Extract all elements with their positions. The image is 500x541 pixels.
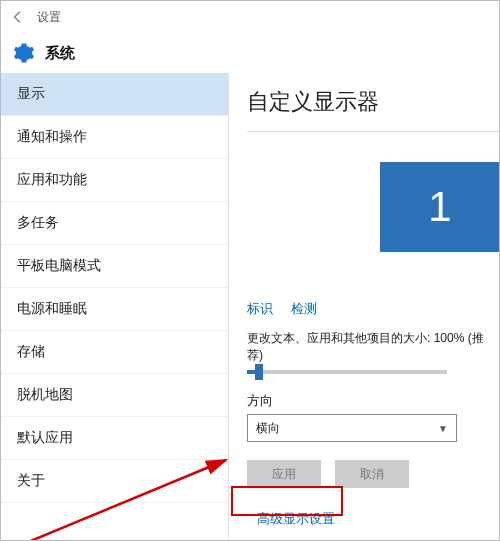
sidebar-item-0[interactable]: 显示 (1, 73, 228, 116)
monitor-preview-area: 1 (247, 131, 499, 252)
orientation-value: 横向 (256, 420, 280, 437)
sidebar-item-9[interactable]: 关于 (1, 460, 228, 503)
page-title: 自定义显示器 (247, 87, 499, 117)
sidebar: 显示通知和操作应用和功能多任务平板电脑模式电源和睡眠存储脱机地图默认应用关于 (1, 73, 229, 540)
scale-slider[interactable] (247, 370, 447, 374)
sidebar-item-8[interactable]: 默认应用 (1, 417, 228, 460)
sidebar-item-3[interactable]: 多任务 (1, 202, 228, 245)
sidebar-item-6[interactable]: 存储 (1, 331, 228, 374)
sidebar-item-2[interactable]: 应用和功能 (1, 159, 228, 202)
back-icon[interactable] (9, 8, 27, 26)
chevron-down-icon: ▼ (438, 423, 448, 434)
scale-label: 更改文本、应用和其他项目的大小: 100% (推荐) (247, 330, 499, 364)
sidebar-item-7[interactable]: 脱机地图 (1, 374, 228, 417)
titlebar: 设置 (1, 1, 499, 33)
header-title: 系统 (45, 44, 75, 63)
identify-link[interactable]: 标识 (247, 300, 273, 318)
sidebar-item-1[interactable]: 通知和操作 (1, 116, 228, 159)
sidebar-item-4[interactable]: 平板电脑模式 (1, 245, 228, 288)
sidebar-item-5[interactable]: 电源和睡眠 (1, 288, 228, 331)
advanced-display-link[interactable]: 高级显示设置 (247, 504, 345, 534)
apply-button[interactable]: 应用 (247, 460, 321, 488)
titlebar-label: 设置 (37, 9, 61, 26)
detect-link[interactable]: 检测 (291, 300, 317, 318)
gear-icon (13, 42, 35, 64)
cancel-button[interactable]: 取消 (335, 460, 409, 488)
monitor-tile-1[interactable]: 1 (380, 162, 500, 252)
header: 系统 (1, 33, 499, 73)
content-panel: 自定义显示器 1 标识 检测 更改文本、应用和其他项目的大小: 100% (推荐… (229, 73, 499, 540)
slider-thumb[interactable] (255, 364, 263, 380)
orientation-label: 方向 (247, 392, 499, 410)
orientation-select[interactable]: 横向 ▼ (247, 414, 457, 442)
